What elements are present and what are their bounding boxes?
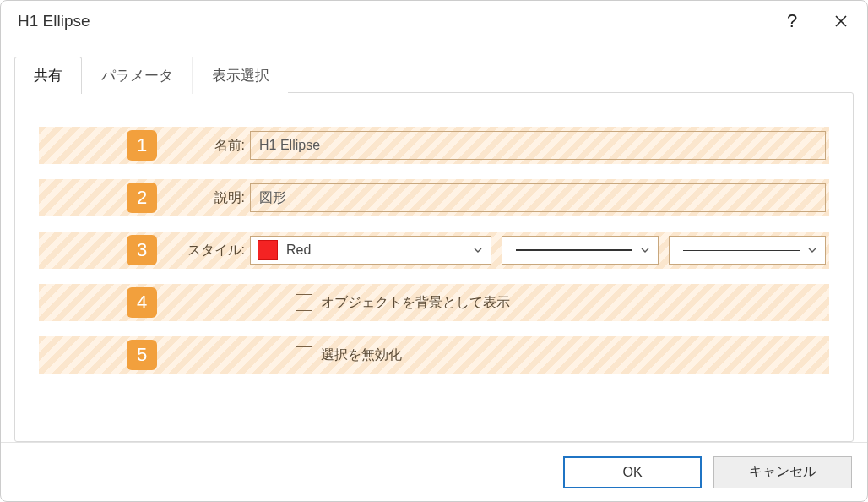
annotation-badge-5: 5: [127, 340, 157, 370]
close-button[interactable]: [816, 2, 865, 41]
description-field-wrap: [250, 183, 826, 212]
chevron-down-icon: [472, 245, 484, 255]
annotation-badge-2: 2: [127, 183, 157, 213]
line-width-select[interactable]: [669, 236, 826, 265]
tab-common[interactable]: 共有: [14, 57, 82, 94]
row-style: 3 スタイル: Red: [39, 232, 829, 269]
titlebar: H1 Ellipse ?: [1, 1, 867, 41]
name-input[interactable]: [259, 132, 816, 159]
disable-selection-checkbox-wrap[interactable]: 選択を無効化: [296, 346, 402, 364]
annotation-badge-3: 3: [127, 235, 157, 265]
cancel-button[interactable]: キャンセル: [713, 456, 852, 488]
chevron-down-icon: [639, 245, 651, 255]
tab-strip: 共有 パラメータ 表示選択: [14, 57, 854, 93]
tab-parameters[interactable]: パラメータ: [82, 57, 193, 94]
annotation-badge-1: 1: [127, 130, 157, 161]
row-name: 1 名前:: [39, 127, 829, 164]
dialog-body: 共有 パラメータ 表示選択 1 名前: 2 説明: 3 スタイル:: [1, 41, 867, 442]
row-draw-as-background: 4 オブジェクトを背景として表示: [39, 284, 829, 321]
row-description: 2 説明:: [39, 179, 829, 216]
ok-button[interactable]: OK: [563, 456, 702, 488]
name-field-wrap: [250, 131, 826, 160]
color-select-value: Red: [286, 243, 472, 258]
line-width-sample-icon: [683, 250, 800, 251]
description-label: 説明:: [157, 189, 250, 207]
color-swatch-icon: [258, 240, 278, 260]
help-button[interactable]: ?: [768, 2, 816, 41]
background-checkbox-label: オブジェクトを背景として表示: [321, 294, 510, 312]
tab-panel-common: 1 名前: 2 説明: 3 スタイル: Red: [14, 92, 854, 442]
annotation-badge-4: 4: [127, 287, 157, 318]
name-label: 名前:: [157, 137, 250, 155]
background-checkbox-wrap[interactable]: オブジェクトを背景として表示: [296, 294, 510, 312]
background-checkbox[interactable]: [296, 294, 312, 311]
line-style-select[interactable]: [502, 236, 659, 265]
disable-selection-checkbox[interactable]: [296, 346, 312, 363]
style-selects: Red: [250, 236, 826, 265]
dialog-window: H1 Ellipse ? 共有 パラメータ 表示選択 1 名前: 2 説明:: [0, 0, 868, 502]
tab-display[interactable]: 表示選択: [193, 57, 288, 94]
row-disable-selection: 5 選択を無効化: [39, 336, 829, 374]
description-input[interactable]: [259, 184, 816, 211]
style-label: スタイル:: [157, 242, 250, 259]
line-style-sample-icon: [516, 249, 632, 251]
close-icon: [834, 14, 848, 28]
dialog-footer: OK キャンセル: [1, 442, 867, 501]
window-title: H1 Ellipse: [18, 12, 768, 30]
disable-selection-checkbox-label: 選択を無効化: [321, 346, 402, 364]
color-select[interactable]: Red: [250, 236, 491, 265]
chevron-down-icon: [806, 245, 818, 255]
